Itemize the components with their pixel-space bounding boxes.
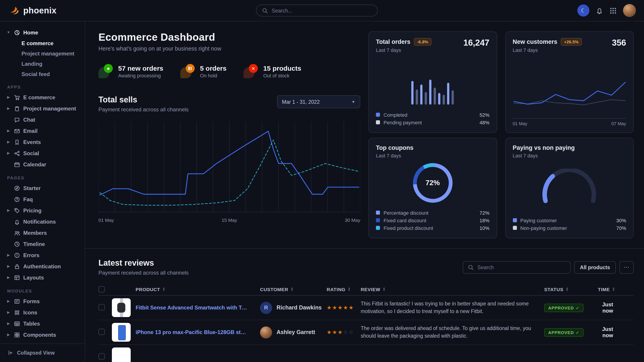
legend-value: 10%	[480, 225, 490, 231]
sidebar-item-project-management[interactable]: Project management	[6, 48, 81, 58]
sidebar-item-chat[interactable]: Chat	[6, 114, 81, 125]
review-time: Just now	[598, 301, 634, 314]
form-icon	[14, 298, 20, 304]
order-bar	[447, 83, 450, 105]
caret-right-icon: ▶	[6, 333, 11, 337]
sidebar-item-faq[interactable]: Faq	[6, 194, 81, 205]
x-label-start: 01 May	[513, 121, 528, 126]
sidebar-item-starter[interactable]: Starter	[6, 182, 81, 194]
brand[interactable]: phoenix	[9, 5, 56, 16]
clipboard-icon	[14, 105, 20, 112]
column-product[interactable]: PRODUCT▲▼	[136, 286, 260, 292]
sidebar-item-forms[interactable]: ▶Forms	[6, 296, 81, 307]
sidebar-item-social-feed[interactable]: Social feed	[6, 69, 81, 79]
global-search[interactable]	[256, 4, 378, 16]
column-time[interactable]: TIME▲▼	[598, 286, 636, 292]
reviews-title: Latest reviews	[98, 259, 189, 268]
on-hold-icon	[180, 64, 195, 78]
sidebar-item-project-management[interactable]: ▶Project management	[6, 103, 81, 114]
legend-row: Fixed product discount 10%	[376, 224, 490, 232]
sidebar-item-tables[interactable]: ▶Tables	[6, 318, 81, 329]
sidebar-item-notifications[interactable]: Notifications	[6, 216, 81, 227]
product-link[interactable]: iPhone 13 pro max-Pacific Blue-128GB sto…	[136, 329, 260, 335]
order-bar	[425, 92, 427, 105]
collapsed-view-button[interactable]: Collapsed View	[0, 343, 84, 362]
collapsed-view-label: Collapsed View	[17, 350, 54, 356]
sidebar-item-email[interactable]: ▶Email	[6, 125, 81, 136]
legend-row: Percentage discount 72%	[376, 209, 490, 216]
reviews-search[interactable]	[463, 261, 570, 274]
date-range-value: Mar 1 - 31, 2022	[282, 99, 320, 104]
select-all-checkbox[interactable]	[98, 286, 105, 292]
column-review[interactable]: REVIEW▲▼	[361, 286, 544, 292]
sidebar-item-errors[interactable]: ▶Errors	[6, 250, 81, 261]
pie-icon	[14, 29, 20, 35]
column-status[interactable]: STATUS▲▼	[544, 286, 598, 292]
date-range-select[interactable]: Mar 1 - 31, 2022 ▼	[277, 95, 360, 108]
new-orders-icon: ★	[98, 64, 113, 78]
theme-toggle-button[interactable]: ☾	[577, 4, 590, 16]
stat-caption: Awating processing	[118, 73, 163, 78]
row-checkbox[interactable]	[98, 304, 105, 310]
x-axis-label: 01 May	[98, 217, 114, 223]
new-customers-badge: +26.5%	[561, 38, 582, 46]
sidebar-item-social[interactable]: ▶Social	[6, 148, 81, 159]
check-icon: ✓	[576, 330, 580, 335]
home-submenu: E commerceProject managementLandingSocia…	[6, 38, 81, 79]
product-image	[112, 348, 131, 362]
row-checkbox[interactable]	[98, 353, 105, 359]
caret-right-icon: ▶	[6, 299, 11, 303]
legend-swatch	[513, 226, 517, 230]
caret-right-icon: ▶	[6, 264, 11, 268]
sidebar-item-icons[interactable]: ▶Icons	[6, 307, 81, 318]
product-link[interactable]: Fitbit Sense Advanced Smartwatch with To…	[136, 305, 260, 311]
legend-swatch	[376, 113, 380, 117]
x-icon: ✕	[252, 66, 255, 71]
customer-cell: Ashley Garrett	[260, 326, 327, 338]
sidebar-item-events[interactable]: ▶Events	[6, 136, 81, 148]
sidebar-item-members[interactable]: Members	[6, 227, 81, 238]
legend-value: 72%	[480, 210, 490, 215]
global-search-input[interactable]	[272, 8, 372, 13]
legend-value: 48%	[480, 120, 490, 125]
moon-icon: ☾	[581, 7, 586, 14]
column-customer[interactable]: CUSTOMER▲▼	[260, 286, 327, 292]
sidebar-item-calendar[interactable]: Calendar	[6, 159, 81, 170]
sidebar-item-home[interactable]: ▼Home	[6, 27, 81, 38]
caret-right-icon: ▶	[6, 253, 11, 257]
legend-value: 52%	[480, 112, 490, 117]
all-products-button[interactable]: All products	[574, 261, 616, 274]
column-rating[interactable]: RATING▲▼	[327, 286, 361, 292]
reviews-controls: All products ⋯	[463, 261, 634, 274]
sidebar-item-e-commerce[interactable]: ▶E commerce	[6, 92, 81, 103]
sidebar-item-pricing[interactable]: ▶Pricing	[6, 205, 81, 216]
rating-stars: ★★★★★	[327, 305, 361, 311]
customer-avatar	[260, 326, 272, 338]
notifications-button[interactable]	[596, 7, 603, 14]
total-sells-header: Total sells Payment received across all …	[98, 95, 360, 113]
order-bar	[416, 89, 418, 105]
section-label-pages: PAGES	[7, 175, 81, 180]
reviews-search-input[interactable]	[478, 265, 566, 270]
more-options-button[interactable]: ⋯	[620, 261, 634, 274]
collapse-icon	[7, 350, 14, 356]
total-sells-x-labels: 01 May15 May30 May	[98, 217, 360, 223]
sidebar-item-components[interactable]: ▶Components	[6, 329, 81, 340]
product-image	[112, 323, 131, 342]
sidebar-item-timeline[interactable]: Timeline	[6, 238, 81, 250]
sidebar-item-authentication[interactable]: ▶Authentication	[6, 261, 81, 272]
paying-legend: Paying customer 30% Non-paying customer …	[513, 216, 626, 232]
caret-right-icon: ▶	[6, 95, 11, 99]
legend-swatch	[376, 211, 380, 215]
row-checkbox[interactable]	[98, 329, 105, 335]
sidebar-item-e-commerce[interactable]: E commerce	[6, 38, 81, 48]
user-avatar[interactable]	[623, 4, 636, 17]
pause-icon	[189, 67, 192, 70]
top-navbar: phoenix ☾	[0, 0, 644, 21]
legend-row: Pending payment 48%	[376, 118, 490, 126]
new-customers-title: New customers	[513, 38, 558, 45]
sidebar-item-landing[interactable]: Landing	[6, 58, 81, 69]
sidebar-item-layouts[interactable]: ▶Layouts	[6, 272, 81, 283]
new-customers-card: New customers +26.5% Last 7 days 356 01 …	[505, 31, 634, 133]
apps-grid-button[interactable]	[610, 7, 617, 14]
